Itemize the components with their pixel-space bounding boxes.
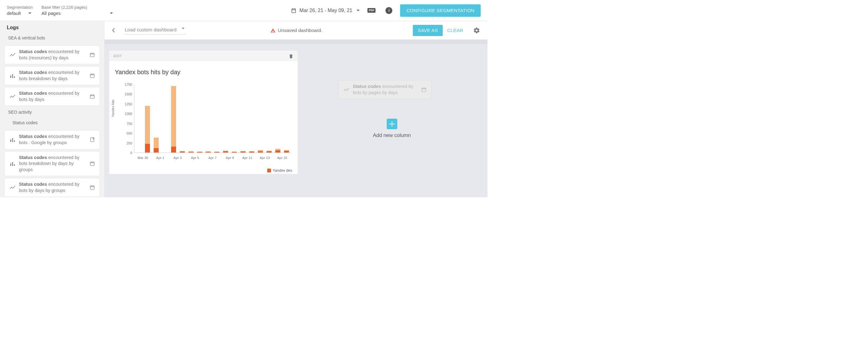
base-filter-value: All pages — [41, 10, 61, 16]
svg-rect-12 — [14, 164, 15, 166]
svg-rect-2 — [12, 74, 13, 78]
svg-rect-5 — [90, 95, 94, 99]
sidebar-widget-card[interactable]: Status codes encountered by bots by days… — [4, 178, 100, 197]
bar — [134, 84, 143, 152]
sidebar-widget-card[interactable]: Status codes encountered by bots by days — [4, 87, 100, 106]
legend-swatch-icon — [267, 169, 271, 172]
svg-rect-0 — [90, 54, 94, 57]
calendar-icon — [420, 87, 428, 92]
card-text: Status codes encountered by bots by days — [17, 91, 88, 103]
calendar-icon — [291, 8, 297, 13]
export-pdf-button[interactable]: PDF — [366, 5, 377, 16]
y-tick: 250 — [122, 141, 132, 145]
card-text: Status codes encountered by bots breakdo… — [17, 70, 88, 82]
save-as-button[interactable]: SAVE AS — [413, 25, 443, 36]
date-range-text: Mar 26, 21 - May 09, 21 — [300, 8, 352, 13]
bar-chart-icon — [8, 74, 17, 78]
y-tick: 1000 — [122, 112, 132, 115]
x-tick: Apr 13 — [256, 156, 274, 160]
y-tick: 1500 — [122, 92, 132, 96]
bar-chart-icon — [8, 162, 17, 166]
svg-rect-14 — [90, 186, 94, 189]
x-tick: Apr 7 — [204, 156, 221, 160]
svg-rect-10 — [10, 164, 11, 166]
load-dashboard-dropdown[interactable]: Load custom dashboard — [124, 26, 186, 35]
top-bar: Segmentation default Base filter (2,226 … — [0, 0, 488, 21]
dragged-widget-placeholder[interactable]: Status codes encountered by bots by page… — [338, 80, 432, 99]
calendar-icon — [88, 52, 96, 58]
line-chart-icon — [8, 53, 17, 57]
segmentation-value: default — [7, 10, 21, 16]
chevron-down-icon — [356, 10, 360, 11]
svg-rect-3 — [14, 76, 15, 78]
x-tick: Apr 11 — [239, 156, 256, 160]
bar — [247, 84, 256, 152]
card-text: Status codes encountered by bots : Googl… — [17, 134, 88, 146]
calendar-icon — [88, 94, 96, 99]
warning-icon — [271, 28, 275, 33]
x-tick: Mar 30 — [134, 156, 152, 160]
sidebar-subgroup-status-codes[interactable]: Status codes — [0, 118, 104, 128]
card-text: Status codes encountered by bots breakdo… — [17, 155, 88, 173]
base-filter-label: Base filter (2,226 pages) — [41, 5, 113, 10]
calendar-icon — [88, 73, 96, 78]
sidebar-widget-card[interactable]: Status codes encountered by bots breakdo… — [4, 151, 100, 176]
bar — [204, 84, 213, 152]
calendar-icon — [88, 185, 96, 190]
svg-rect-8 — [14, 140, 15, 142]
bar — [239, 84, 247, 152]
back-button[interactable] — [112, 28, 115, 33]
y-axis-label: Yandex hits — [111, 100, 115, 117]
y-tick: 0 — [122, 151, 132, 155]
svg-rect-13 — [90, 162, 94, 166]
bar — [160, 84, 169, 152]
chart-widget: EDIT Yandex bots hits by day Yandex hits… — [109, 50, 298, 174]
line-chart-icon — [8, 185, 17, 190]
y-tick: 750 — [122, 122, 132, 126]
info-button[interactable]: i — [383, 5, 395, 16]
bar — [230, 84, 239, 152]
sidebar-widget-card[interactable]: Status codes encountered by bots : Googl… — [4, 130, 100, 149]
sidebar-widget-card[interactable]: Status codes encountered by bots (resour… — [4, 45, 100, 64]
content-header: Load custom dashboard Unsaved dashboard.… — [104, 21, 488, 40]
segmentation-selector[interactable]: Segmentation default — [7, 5, 33, 16]
segmentation-label: Segmentation — [7, 5, 33, 10]
bar-chart-icon — [8, 138, 17, 142]
load-dashboard-label: Load custom dashboard — [125, 27, 177, 32]
bar — [187, 84, 195, 152]
widget-edit-button[interactable]: EDIT — [114, 54, 122, 58]
base-filter-selector[interactable]: Base filter (2,226 pages) All pages — [41, 5, 113, 16]
x-tick: Apr 5 — [186, 156, 204, 160]
svg-rect-1 — [10, 75, 11, 78]
chart: Yandex hits 02505007501000125015001750 M… — [113, 81, 294, 168]
sidebar-widget-card[interactable]: Status codes encountered by bots breakdo… — [4, 66, 100, 85]
svg-rect-6 — [10, 139, 11, 142]
content-area: Load custom dashboard Unsaved dashboard.… — [104, 21, 488, 197]
date-range-picker[interactable]: Mar 26, 21 - May 09, 21 — [291, 8, 360, 13]
card-text: Status codes encountered by bots (resour… — [17, 49, 88, 61]
chevron-down-icon — [110, 12, 113, 14]
configure-segmentation-button[interactable]: CONFIGURE SEGMENTATION — [400, 4, 480, 17]
unsaved-text: Unsaved dashboard. — [278, 28, 322, 33]
widget-delete-button[interactable] — [289, 54, 293, 59]
y-tick: 1750 — [122, 83, 132, 86]
bar — [221, 84, 230, 152]
line-chart-icon — [342, 87, 351, 92]
bar — [152, 84, 160, 152]
x-tick: Apr 3 — [169, 156, 186, 160]
sidebar-group-sea[interactable]: SEA & vertical bots — [0, 34, 104, 43]
bar — [213, 84, 221, 152]
bar — [265, 84, 274, 152]
add-column-button[interactable] — [387, 119, 397, 129]
svg-rect-16 — [273, 31, 273, 32]
bar — [178, 84, 187, 152]
line-chart-icon — [8, 95, 17, 99]
card-text: Status codes encountered by bots by days… — [17, 181, 88, 194]
clear-button[interactable]: CLEAR — [443, 28, 468, 33]
note-icon — [88, 137, 96, 142]
add-column-label: Add new column — [373, 132, 411, 138]
ghost-card-text: Status codes encountered by bots by page… — [351, 83, 420, 96]
sidebar-group-seo[interactable]: SEO activity — [0, 108, 104, 118]
x-tick: Apr 1 — [152, 156, 169, 160]
settings-button[interactable] — [473, 27, 480, 34]
